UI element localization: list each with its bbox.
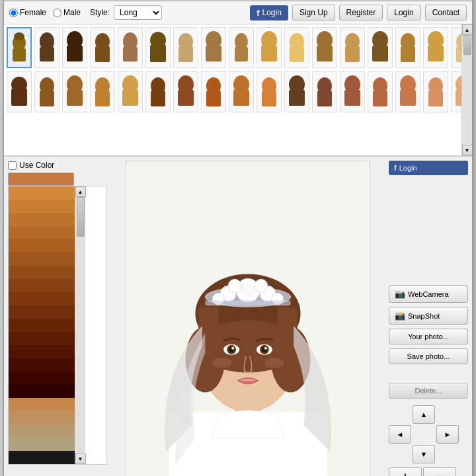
hair-item[interactable] — [229, 71, 254, 112]
svg-rect-10 — [123, 47, 138, 61]
hair-item[interactable] — [368, 27, 393, 68]
hair-item[interactable] — [395, 71, 420, 112]
svg-rect-58 — [317, 91, 332, 106]
color-strip[interactable] — [9, 345, 75, 358]
hair-item[interactable] — [451, 71, 461, 112]
svg-rect-20 — [261, 46, 277, 61]
svg-rect-38 — [40, 91, 54, 106]
contact-button[interactable]: Contact — [425, 5, 467, 20]
color-strip[interactable] — [9, 411, 75, 424]
color-strip[interactable] — [9, 253, 75, 266]
color-scroll-up[interactable]: ▲ — [75, 186, 86, 197]
arrow-left-button[interactable]: ◄ — [389, 425, 411, 444]
right-fb-login-button[interactable]: f Login — [389, 161, 468, 175]
hair-item[interactable] — [34, 27, 60, 68]
scroll-thumb[interactable] — [463, 35, 471, 55]
register-button[interactable]: Register — [339, 5, 383, 20]
svg-rect-54 — [262, 91, 276, 106]
hair-item[interactable] — [7, 27, 32, 68]
nav-bar: Female Male Style: Long Short Medium Cur… — [4, 1, 472, 24]
hair-item[interactable] — [312, 27, 337, 68]
scroll-down-arrow[interactable]: ▼ — [462, 145, 473, 155]
color-strip[interactable] — [9, 438, 75, 451]
hair-item[interactable] — [229, 27, 254, 68]
color-strip[interactable] — [9, 424, 75, 438]
color-scroll-thumb[interactable] — [77, 197, 85, 237]
hair-item[interactable] — [451, 27, 461, 68]
snapshot-icon: 📸 — [395, 311, 405, 321]
hair-item[interactable] — [340, 27, 365, 68]
color-swatch[interactable] — [8, 173, 74, 186]
hair-item[interactable] — [423, 27, 448, 68]
hair-item[interactable] — [62, 27, 87, 68]
color-strip[interactable] — [9, 279, 75, 292]
webcamera-button[interactable]: 📷 WebCamera — [389, 285, 468, 303]
color-strip[interactable] — [9, 239, 75, 253]
use-color-label[interactable]: Use Color — [19, 161, 54, 170]
color-strip[interactable] — [9, 213, 75, 226]
hair-item[interactable] — [173, 27, 198, 68]
hair-item[interactable] — [118, 27, 143, 68]
color-strip[interactable] — [9, 200, 75, 213]
arrow-right-icon: ► — [444, 430, 452, 438]
color-strip[interactable] — [9, 226, 75, 239]
delete-button[interactable]: Delete... — [389, 383, 468, 399]
arrow-up-icon: ▲ — [420, 411, 428, 418]
signup-button[interactable]: Sign Up — [292, 5, 335, 20]
hair-item[interactable] — [173, 71, 198, 112]
hair-item[interactable] — [368, 71, 393, 112]
hair-item[interactable] — [90, 27, 115, 68]
your-photo-button[interactable]: Your photo... — [389, 329, 468, 344]
hair-item[interactable] — [145, 27, 171, 68]
hair-item[interactable] — [118, 71, 143, 112]
hair-item[interactable] — [34, 71, 60, 112]
scroll-up-arrow[interactable]: ▲ — [462, 24, 473, 35]
hair-item[interactable] — [7, 71, 32, 112]
color-strip[interactable] — [9, 186, 75, 200]
color-strip[interactable] — [9, 372, 75, 385]
hair-item[interactable] — [62, 71, 87, 112]
color-strip[interactable] — [9, 319, 75, 332]
hair-item[interactable] — [312, 71, 337, 112]
color-strip[interactable] — [9, 292, 75, 305]
arrow-up-button[interactable]: ▲ — [413, 405, 435, 424]
female-radio-label[interactable]: Female — [9, 8, 46, 17]
color-strip[interactable] — [9, 305, 75, 319]
snapshot-button[interactable]: 📸 SnapShot — [389, 307, 468, 325]
zoom-out-button[interactable]: − — [423, 467, 456, 476]
login-button[interactable]: Login — [387, 5, 420, 20]
color-scroll-track — [76, 197, 85, 454]
svg-point-99 — [264, 358, 284, 368]
app-window: Image Hair Styler Female Male Style: Lon… — [3, 0, 473, 476]
color-strip[interactable] — [9, 332, 75, 345]
color-strip[interactable] — [9, 398, 75, 411]
save-photo-button[interactable]: Save photo... — [389, 348, 468, 364]
female-radio[interactable] — [9, 9, 18, 17]
color-strip[interactable] — [9, 451, 75, 464]
use-color-checkbox[interactable] — [8, 161, 17, 170]
hair-item[interactable] — [395, 27, 420, 68]
hair-item[interactable] — [284, 27, 309, 68]
male-radio-label[interactable]: Male — [53, 8, 81, 17]
arrow-right-button[interactable]: ► — [436, 425, 459, 444]
hair-item[interactable] — [257, 27, 282, 68]
hair-item[interactable] — [257, 71, 282, 112]
fb-login-button[interactable]: f Login — [250, 5, 288, 20]
male-radio[interactable] — [53, 9, 61, 17]
gallery-grid — [4, 24, 461, 117]
color-strip[interactable] — [9, 266, 75, 279]
hair-item[interactable] — [90, 71, 115, 112]
hair-item[interactable] — [423, 71, 448, 112]
zoom-in-button[interactable]: + — [389, 467, 422, 476]
hair-item[interactable] — [201, 27, 226, 68]
hair-item[interactable] — [340, 71, 365, 112]
color-scroll-down[interactable]: ▼ — [75, 454, 86, 464]
arrow-down-button[interactable]: ▼ — [413, 445, 435, 463]
hair-item[interactable] — [145, 71, 171, 112]
color-strip[interactable] — [9, 385, 75, 398]
svg-rect-18 — [235, 47, 248, 61]
hair-item[interactable] — [284, 71, 309, 112]
style-select[interactable]: Long Short Medium Curly Wavy — [114, 5, 162, 20]
color-strip[interactable] — [9, 358, 75, 372]
hair-item[interactable] — [201, 71, 226, 112]
